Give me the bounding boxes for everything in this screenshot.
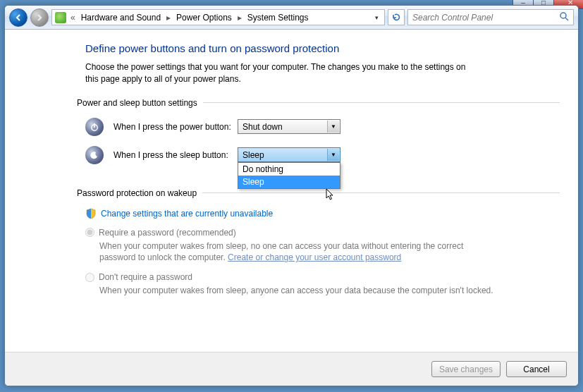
search-input[interactable] [412, 13, 569, 23]
sleep-button-label: When I press the sleep button: [113, 150, 238, 160]
chevron-left-icon[interactable]: « [69, 13, 77, 23]
cancel-button[interactable]: Cancel [506, 361, 567, 377]
chevron-right-icon: ▸ [165, 13, 172, 23]
breadcrumb[interactable]: « Hardware and Sound ▸ Power Options ▸ S… [51, 9, 385, 25]
sleep-dropdown[interactable]: Do nothing Sleep [238, 162, 340, 189]
refresh-button[interactable] [388, 9, 405, 25]
back-button[interactable] [9, 8, 27, 27]
create-password-link: Create or change your user account passw… [228, 252, 401, 262]
select-value: Shut down [243, 122, 283, 132]
sleep-icon [85, 146, 104, 164]
power-button-label: When I press the power button: [113, 122, 238, 132]
chevron-right-icon: ▸ [236, 13, 243, 23]
forward-button [30, 8, 49, 27]
sleep-button-select[interactable]: Sleep ▼ Do nothing Sleep [238, 147, 340, 162]
select-value: Sleep [243, 150, 264, 160]
chevron-down-icon[interactable]: ▼ [327, 149, 339, 161]
section-title: Power and sleep button settings [77, 98, 203, 108]
no-password-radio [85, 273, 94, 282]
search-box[interactable] [407, 9, 574, 25]
dropdown-option[interactable]: Do nothing [238, 163, 340, 176]
breadcrumb-dropdown-icon[interactable]: ▾ [372, 14, 381, 21]
change-settings-link[interactable]: Change settings that are currently unava… [101, 209, 273, 219]
control-panel-icon [55, 12, 66, 23]
radio-description: When your computer wakes from sleep, any… [99, 285, 494, 297]
divider [202, 192, 560, 193]
search-icon[interactable] [559, 11, 569, 23]
svg-point-0 [560, 13, 566, 18]
power-icon [85, 118, 104, 136]
shield-icon [85, 208, 97, 219]
svg-line-1 [565, 18, 568, 20]
divider [203, 102, 560, 103]
radio-label: Require a password (recommended) [99, 228, 236, 238]
page-description: Choose the power settings that you want … [85, 61, 480, 85]
breadcrumb-item[interactable]: Power Options [173, 11, 235, 24]
power-button-select[interactable]: Shut down ▼ [238, 119, 340, 134]
breadcrumb-item[interactable]: System Settings [245, 11, 312, 24]
require-password-radio [85, 228, 94, 237]
chevron-down-icon[interactable]: ▼ [327, 121, 339, 133]
radio-label: Don't require a password [99, 272, 192, 282]
breadcrumb-item[interactable]: Hardware and Sound [78, 11, 164, 24]
section-title: Password protection on wakeup [77, 188, 202, 198]
save-button: Save changes [431, 361, 501, 377]
radio-description: When your computer wakes from sleep, no … [99, 240, 494, 264]
page-title: Define power buttons and turn on passwor… [85, 42, 560, 54]
dropdown-option[interactable]: Sleep [238, 176, 340, 188]
